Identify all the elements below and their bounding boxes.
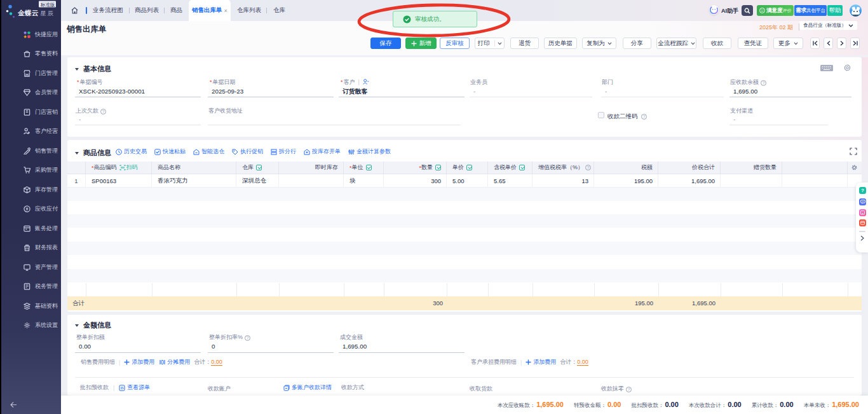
svg-text:标准版: 标准版 [40, 2, 55, 8]
svg-text:金蝶云: 金蝶云 [17, 9, 39, 17]
svg-text:星辰: 星辰 [40, 10, 55, 17]
